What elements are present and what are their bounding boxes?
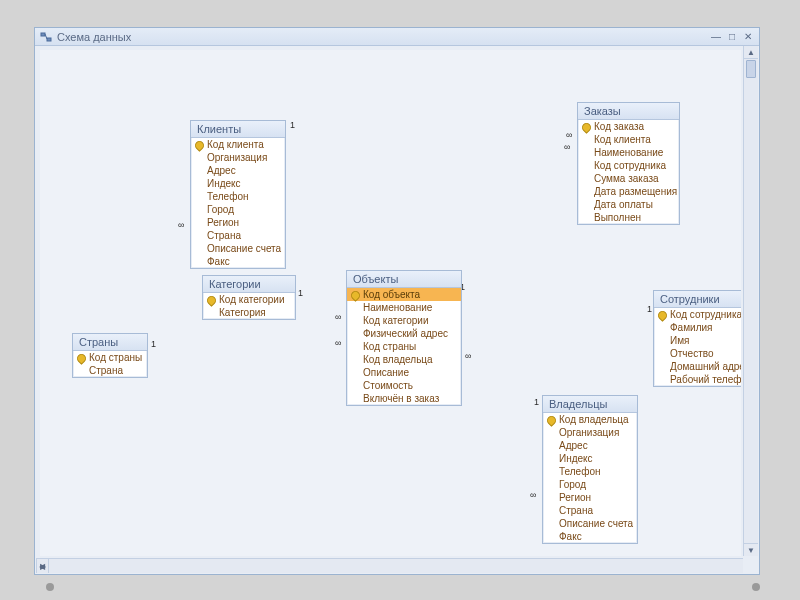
field[interactable]: Индекс — [191, 177, 285, 190]
field[interactable]: Телефон — [543, 465, 637, 478]
table-owners[interactable]: Владельцы Код владельца Организация Адре… — [542, 395, 638, 544]
field[interactable]: Город — [543, 478, 637, 491]
field[interactable]: Дата оплаты — [578, 198, 679, 211]
field[interactable]: Описание счета — [191, 242, 285, 255]
svg-text:∞: ∞ — [335, 312, 341, 322]
scroll-right-icon[interactable]: ▶ — [36, 559, 49, 573]
table-clients[interactable]: Клиенты Код клиента Организация Адрес Ин… — [190, 120, 286, 269]
field[interactable]: Выполнен — [578, 211, 679, 224]
field[interactable]: Отчество — [654, 347, 741, 360]
titlebar[interactable]: Схема данных — □ ✕ — [35, 28, 759, 46]
svg-text:1: 1 — [647, 304, 652, 314]
field[interactable]: Фамилия — [654, 321, 741, 334]
table-employees[interactable]: Сотрудники Код сотрудника Фамилия Имя От… — [653, 290, 741, 387]
field[interactable]: Категория — [203, 306, 295, 319]
table-header[interactable]: Заказы — [578, 103, 679, 120]
close-button[interactable]: ✕ — [741, 31, 755, 43]
svg-text:1: 1 — [534, 397, 539, 407]
field[interactable]: Индекс — [543, 452, 637, 465]
field[interactable]: Телефон — [191, 190, 285, 203]
field-pk[interactable]: Код заказа — [578, 120, 679, 133]
field[interactable]: Имя — [654, 334, 741, 347]
field[interactable]: Страна — [191, 229, 285, 242]
field-pk[interactable]: Код категории — [203, 293, 295, 306]
svg-text:1: 1 — [290, 120, 295, 130]
svg-rect-0 — [41, 33, 45, 36]
field[interactable]: Страна — [543, 504, 637, 517]
field[interactable]: Код страны — [347, 340, 461, 353]
field-pk-selected[interactable]: Код объекта — [347, 288, 461, 301]
table-header[interactable]: Сотрудники — [654, 291, 741, 308]
field[interactable]: Домашний адрес — [654, 360, 741, 373]
table-header[interactable]: Страны — [73, 334, 147, 351]
status-dot — [46, 583, 54, 591]
field[interactable]: Рабочий телефон — [654, 373, 741, 386]
svg-text:∞: ∞ — [564, 142, 570, 152]
svg-text:∞: ∞ — [335, 338, 341, 348]
horizontal-scrollbar[interactable]: ◀ ▶ — [36, 558, 743, 573]
table-header[interactable]: Категории — [203, 276, 295, 293]
scroll-up-icon[interactable]: ▲ — [744, 46, 758, 59]
field[interactable]: Наименование — [578, 146, 679, 159]
field[interactable]: Организация — [543, 426, 637, 439]
field[interactable]: Код сотрудника — [578, 159, 679, 172]
table-header[interactable]: Объекты — [347, 271, 461, 288]
vertical-scrollbar[interactable]: ▲ ▼ — [743, 46, 758, 556]
field[interactable]: Факс — [191, 255, 285, 268]
field[interactable]: Город — [191, 203, 285, 216]
svg-text:1: 1 — [298, 288, 303, 298]
diagram-canvas[interactable]: 1 ∞ ∞ 1 ∞ 1 1 ∞ 1 ∞ 1 ∞ ∞ — [40, 50, 741, 556]
status-dot — [752, 583, 760, 591]
svg-text:∞: ∞ — [566, 130, 572, 140]
field[interactable]: Наименование — [347, 301, 461, 314]
svg-text:∞: ∞ — [465, 351, 471, 361]
svg-text:1: 1 — [151, 339, 156, 349]
relationships-icon — [39, 30, 53, 44]
field-pk[interactable]: Код клиента — [191, 138, 285, 151]
field[interactable]: Описание — [347, 366, 461, 379]
field[interactable]: Адрес — [191, 164, 285, 177]
relationships-window: Схема данных — □ ✕ 1 ∞ ∞ 1 ∞ 1 1 ∞ 1 — [34, 27, 760, 575]
field[interactable]: Сумма заказа — [578, 172, 679, 185]
svg-text:∞: ∞ — [530, 490, 536, 500]
table-orders[interactable]: Заказы Код заказа Код клиента Наименован… — [577, 102, 680, 225]
field-pk[interactable]: Код страны — [73, 351, 147, 364]
field[interactable]: Физический адрес — [347, 327, 461, 340]
minimize-button[interactable]: — — [709, 31, 723, 43]
field[interactable]: Организация — [191, 151, 285, 164]
scroll-down-icon[interactable]: ▼ — [744, 543, 758, 556]
field-pk[interactable]: Код сотрудника — [654, 308, 741, 321]
table-categories[interactable]: Категории Код категории Категория — [202, 275, 296, 320]
svg-rect-1 — [47, 38, 51, 41]
scroll-thumb[interactable] — [746, 60, 756, 78]
field[interactable]: Регион — [191, 216, 285, 229]
field[interactable]: Стоимость — [347, 379, 461, 392]
maximize-button[interactable]: □ — [725, 31, 739, 43]
field[interactable]: Регион — [543, 491, 637, 504]
table-countries[interactable]: Страны Код страны Страна — [72, 333, 148, 378]
field[interactable]: Описание счета — [543, 517, 637, 530]
field[interactable]: Страна — [73, 364, 147, 377]
field[interactable]: Дата размещения — [578, 185, 679, 198]
window-title: Схема данных — [57, 31, 707, 43]
field-pk[interactable]: Код владельца — [543, 413, 637, 426]
field[interactable]: Код владельца — [347, 353, 461, 366]
field[interactable]: Адрес — [543, 439, 637, 452]
field[interactable]: Код категории — [347, 314, 461, 327]
field[interactable]: Включён в заказ — [347, 392, 461, 405]
table-objects[interactable]: Объекты Код объекта Наименование Код кат… — [346, 270, 462, 406]
table-header[interactable]: Владельцы — [543, 396, 637, 413]
field[interactable]: Код клиента — [578, 133, 679, 146]
table-header[interactable]: Клиенты — [191, 121, 285, 138]
field[interactable]: Факс — [543, 530, 637, 543]
svg-text:∞: ∞ — [178, 220, 184, 230]
